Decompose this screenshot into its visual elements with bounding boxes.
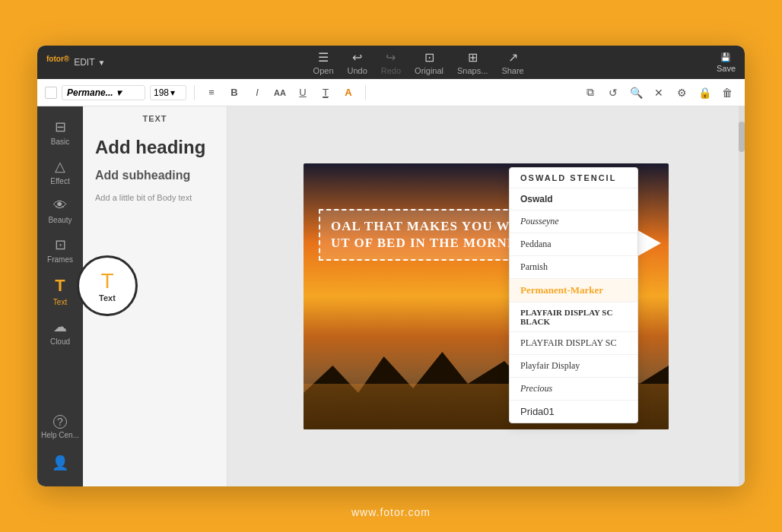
font-case-button[interactable]: AA xyxy=(271,84,289,102)
sidebar-item-account[interactable]: 👤 xyxy=(37,448,83,477)
text-panel-header: TEXT xyxy=(83,106,227,129)
top-bar: fotor® EDIT ▼ ☰ Open ↩ Undo ↪ Redo ⊡ Ori… xyxy=(37,46,745,79)
zoom-button[interactable]: 🔍 xyxy=(626,83,646,103)
save-button[interactable]: 💾 Save xyxy=(717,52,736,73)
font-option-permanent-marker[interactable]: Permanent-Marker xyxy=(510,279,637,302)
beauty-icon: 👁 xyxy=(53,198,67,214)
redo-button[interactable]: ↪ Redo xyxy=(381,50,401,75)
text-icon: T xyxy=(55,276,65,296)
font-size-arrow: ▾ xyxy=(170,87,175,98)
top-bar-actions: ☰ Open ↩ Undo ↪ Redo ⊡ Original ⊞ Snaps.… xyxy=(120,50,717,75)
redo-icon: ↪ xyxy=(386,50,396,65)
font-option-playfair-sc[interactable]: PLAYFAIR DISPLAY SC xyxy=(510,332,637,355)
open-icon: ☰ xyxy=(318,50,329,65)
font-option-peddana[interactable]: Peddana xyxy=(510,233,637,256)
font-option-pousseyne[interactable]: Pousseyne xyxy=(510,211,637,233)
italic-button[interactable]: I xyxy=(248,84,266,102)
font-option-prida01[interactable]: Prida01 xyxy=(510,401,637,423)
canvas-scroll-thumb[interactable] xyxy=(739,122,745,152)
format-bar: Permane... ▾ 198 ▾ ≡ B I AA U T̲ A ⧉ ↺ 🔍… xyxy=(37,79,745,106)
select-checkbox[interactable] xyxy=(45,87,57,99)
account-icon: 👤 xyxy=(52,454,68,471)
font-option-parnish[interactable]: Parnish xyxy=(510,256,637,279)
font-option-playfair-sc-black[interactable]: PLAYFAIR DISPLAY SC BLACK xyxy=(510,302,637,332)
font-option-oswald[interactable]: Oswald xyxy=(510,188,637,211)
sidebar-item-cloud[interactable]: ☁ Cloud xyxy=(37,312,83,352)
color-button[interactable]: A xyxy=(339,84,358,102)
original-button[interactable]: ⊡ Original xyxy=(415,50,443,75)
add-heading-button[interactable]: Add heading xyxy=(95,137,215,158)
text-panel: TEXT Add heading Add subheading Add a li… xyxy=(83,106,227,486)
cloud-icon: ☁ xyxy=(53,318,67,335)
main-content: ⊟ Basic △ Effect 👁 Beauty ⊡ Frames T Tex… xyxy=(37,106,745,486)
left-sidebar: ⊟ Basic △ Effect 👁 Beauty ⊡ Frames T Tex… xyxy=(37,106,83,486)
save-area: 💾 Save xyxy=(717,52,736,73)
sidebar-item-basic[interactable]: ⊟ Basic xyxy=(37,112,83,152)
format-divider-1 xyxy=(194,85,195,100)
font-selector-arrow: ▾ xyxy=(116,87,121,98)
sidebar-bottom: ? Help Cen... 👤 xyxy=(37,409,83,486)
open-button[interactable]: ☰ Open xyxy=(313,50,334,75)
bold-button[interactable]: B xyxy=(225,84,243,102)
text-tool-label: Text xyxy=(99,293,116,302)
sidebar-item-effect[interactable]: △ Effect xyxy=(37,152,83,192)
font-option-playfair[interactable]: Playfair Display xyxy=(510,355,637,378)
snaps-button[interactable]: ⊞ Snaps... xyxy=(457,50,488,75)
add-subheading-button[interactable]: Add subheading xyxy=(95,169,215,182)
app-window: fotor® EDIT ▼ ☰ Open ↩ Undo ↪ Redo ⊡ Ori… xyxy=(37,46,745,486)
font-option-oswald-stencil[interactable]: OSWALD STENCIL xyxy=(510,168,637,188)
share-button[interactable]: ↗ Share xyxy=(501,50,523,75)
font-selector[interactable]: Permane... ▾ xyxy=(62,85,145,100)
frames-icon: ⊡ xyxy=(55,236,66,253)
text-tool-highlight: T Text xyxy=(77,255,138,316)
canvas-area[interactable]: OAL THAT MAKES YOU WANT TOUT OF BED IN T… xyxy=(227,106,745,486)
sidebar-item-text[interactable]: T Text xyxy=(37,270,83,312)
share-icon: ↗ xyxy=(508,50,518,65)
canvas-scrollbar[interactable] xyxy=(739,106,745,486)
duplicate-button[interactable]: ⧉ xyxy=(580,83,600,103)
format-divider-2 xyxy=(365,85,366,100)
save-icon: 💾 xyxy=(720,52,731,62)
logo-sup: ® xyxy=(64,55,69,63)
undo-icon: ↩ xyxy=(352,50,362,65)
original-icon: ⊡ xyxy=(424,50,434,65)
underline-button[interactable]: U xyxy=(294,84,312,102)
lock-button[interactable]: 🔒 xyxy=(695,83,714,103)
app-logo: fotor® xyxy=(46,55,69,71)
sidebar-item-help[interactable]: ? Help Cen... xyxy=(37,409,83,445)
snaps-icon: ⊞ xyxy=(468,50,478,65)
edit-menu[interactable]: EDIT ▼ xyxy=(74,57,105,68)
font-option-precious[interactable]: Precious xyxy=(510,378,637,401)
sidebar-item-beauty[interactable]: 👁 Beauty xyxy=(37,192,83,230)
close-format-button[interactable]: ✕ xyxy=(649,83,669,103)
strikethrough-button[interactable]: T̲ xyxy=(316,84,335,102)
rotate-button[interactable]: ↺ xyxy=(603,83,623,103)
font-size-selector[interactable]: 198 ▾ xyxy=(150,85,186,100)
undo-button[interactable]: ↩ Undo xyxy=(348,50,367,75)
settings-button[interactable]: ⚙ xyxy=(672,83,691,103)
text-panel-body: Add heading Add subheading Add a little … xyxy=(83,129,227,210)
align-button[interactable]: ≡ xyxy=(202,84,221,102)
edit-arrow-icon: ▼ xyxy=(98,59,106,67)
basic-icon: ⊟ xyxy=(55,119,66,135)
effect-icon: △ xyxy=(55,158,65,175)
format-right-buttons: ⧉ ↺ 🔍 ✕ ⚙ 🔒 🗑 xyxy=(580,83,737,103)
watermark: www.fotor.com xyxy=(0,506,782,518)
text-tool-icon: T xyxy=(100,269,113,293)
font-dropdown: OSWALD STENCIL Oswald Pousseyne Peddana … xyxy=(509,167,638,423)
delete-button[interactable]: 🗑 xyxy=(717,83,737,103)
help-icon: ? xyxy=(53,415,67,429)
sidebar-item-frames[interactable]: ⊡ Frames xyxy=(37,230,83,270)
add-body-button[interactable]: Add a little bit of Body text xyxy=(95,193,215,202)
